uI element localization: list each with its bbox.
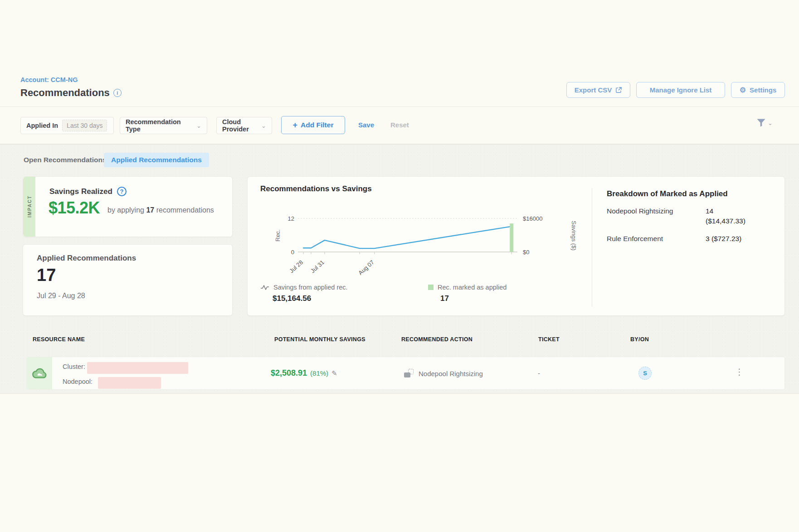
- breakdown-row: Rule Enforcement3 ($727.23): [607, 234, 784, 244]
- col-header-resource-name: RESOURCE NAME: [33, 336, 85, 343]
- filter-chip-recommendation-type[interactable]: Recommendation Type ⌄: [120, 117, 207, 134]
- export-csv-button[interactable]: Export CSV: [566, 82, 630, 98]
- tab-applied-recommendations[interactable]: Applied Recommendations: [104, 153, 209, 167]
- breakdown-row-label: Rule Enforcement: [607, 234, 706, 244]
- gear-icon: ⚙: [740, 86, 746, 94]
- export-csv-label: Export CSV: [575, 86, 612, 94]
- chevron-down-icon: ⌄: [261, 122, 266, 129]
- funnel-icon: [756, 118, 766, 127]
- breakdown-section: Breakdown of Marked as Applied Nodepool …: [607, 189, 784, 244]
- breakdown-row-label: Nodepool Rightsizing: [607, 206, 706, 226]
- breakdown-row-value: 14($14,437.33): [706, 206, 745, 226]
- green-square-icon: [428, 285, 434, 290]
- legend-item-rec-applied[interactable]: Rec. marked as applied 17: [428, 284, 507, 303]
- user-initial: S: [643, 370, 647, 377]
- col-header-by-on: BY/ON: [630, 336, 649, 343]
- cluster-label: Cluster:: [63, 363, 85, 370]
- svg-text:Rec.: Rec.: [274, 229, 281, 242]
- savings-value: $2,508.91: [271, 368, 307, 378]
- savings-realized-title-text: Savings Realized: [49, 187, 112, 196]
- nodepool-value-redacted: [98, 377, 161, 389]
- svg-text:$16000: $16000: [523, 215, 542, 222]
- resource-type-cell: [27, 357, 52, 389]
- svg-text:Jul 31: Jul 31: [309, 259, 326, 274]
- cloud-provider-label: Cloud Provider: [222, 118, 257, 133]
- savings-percent: (81%): [310, 369, 328, 377]
- col-header-recommended-action: RECOMMENDED ACTION: [401, 336, 473, 343]
- chart-title: Recommendations vs Savings: [260, 184, 372, 193]
- svg-text:0: 0: [291, 249, 294, 256]
- nodepool-icon: [404, 369, 414, 378]
- by-applying-text: by applying: [107, 206, 144, 214]
- filter-panel-toggle[interactable]: ⌄: [756, 118, 773, 127]
- impact-label: IMPACT: [27, 195, 32, 218]
- chevron-down-icon: ⌄: [196, 122, 201, 129]
- applied-in-value: Last 30 days: [62, 120, 107, 131]
- savings-amount: $15.2K: [49, 198, 100, 218]
- savings-realized-card: IMPACT Savings Realized ? $15.2K by appl…: [23, 176, 233, 237]
- settings-label: Settings: [750, 86, 776, 94]
- plus-icon: +: [293, 121, 298, 130]
- filter-chip-applied-in[interactable]: Applied In Last 30 days: [20, 117, 114, 134]
- info-icon[interactable]: i: [113, 89, 122, 97]
- action-label: Nodepool Rightsizing: [419, 370, 483, 377]
- user-avatar-badge[interactable]: S: [638, 367, 652, 380]
- manage-ignore-list-button[interactable]: Manage Ignore List: [636, 82, 725, 98]
- legend-item-savings[interactable]: Savings from applied rec. $15,164.56: [260, 284, 348, 303]
- nodepool-label: Nodepool:: [63, 378, 93, 385]
- potential-savings-cell: $2,508.91 (81%) ✎: [271, 368, 337, 378]
- card-vertical-divider: [592, 188, 592, 307]
- manage-ignore-list-label: Manage Ignore List: [650, 86, 712, 94]
- svg-text:12: 12: [288, 215, 294, 222]
- help-icon[interactable]: ?: [117, 187, 127, 196]
- recommendations-vs-savings-chart: 120$16000$0Rec.Savings ($)Jul 28Jul 31Au…: [253, 193, 590, 285]
- row-menu-icon[interactable]: ⋮: [735, 367, 744, 377]
- chart-card: Recommendations vs Savings 120$16000$0Re…: [247, 176, 785, 316]
- page-title: Recommendations i: [20, 87, 122, 99]
- recommended-action-cell: Nodepool Rightsizing: [404, 369, 483, 378]
- table-row[interactable]: Cluster: Nodepool: $2,508.91 (81%) ✎ Nod…: [26, 357, 785, 390]
- legend-rec-value: 17: [440, 294, 507, 303]
- reset-filter-button[interactable]: Reset: [390, 121, 409, 129]
- ticket-value: -: [538, 369, 540, 377]
- pulse-line-icon: [260, 284, 269, 290]
- svg-text:Jul 28: Jul 28: [288, 259, 304, 274]
- legend-savings-label: Savings from applied rec.: [273, 284, 348, 291]
- add-filter-label: Add Filter: [301, 121, 333, 129]
- applied-in-label: Applied In: [26, 122, 58, 129]
- breakdown-rows: Nodepool Rightsizing14($14,437.33)Rule E…: [607, 206, 784, 244]
- impact-strip: IMPACT: [23, 177, 35, 237]
- savings-realized-title: Savings Realized ?: [49, 187, 127, 196]
- applied-card-title: Applied Recommendations: [37, 254, 136, 263]
- svg-text:Aug 07: Aug 07: [357, 259, 375, 276]
- tab-open-recommendations[interactable]: Open Recommendations: [24, 156, 107, 164]
- applied-count-inline: 17: [146, 206, 154, 214]
- legend-savings-value: $15,164.56: [273, 294, 348, 303]
- recommendation-type-label: Recommendation Type: [126, 118, 192, 133]
- applied-card-count: 17: [37, 266, 56, 285]
- header-divider: [0, 106, 799, 107]
- cluster-value-redacted: [87, 362, 188, 374]
- breakdown-row: Nodepool Rightsizing14($14,437.33): [607, 206, 784, 226]
- chevron-down-icon: ⌄: [768, 120, 773, 126]
- add-filter-button[interactable]: + Add Filter: [281, 116, 345, 134]
- savings-suffix: by applying 17 recommendations: [107, 206, 214, 214]
- legend-rec-label: Rec. marked as applied: [438, 284, 507, 291]
- edit-pencil-icon[interactable]: ✎: [331, 369, 337, 377]
- svg-text:$0: $0: [523, 249, 529, 256]
- breadcrumb-account[interactable]: Account: CCM-NG: [20, 76, 78, 83]
- breakdown-row-value: 3 ($727.23): [706, 234, 741, 244]
- cloud-icon: [31, 367, 48, 379]
- applied-recommendations-card: Applied Recommendations 17 Jul 29 - Aug …: [23, 244, 233, 316]
- recommendations-text: recommendations: [156, 206, 214, 214]
- col-header-ticket: TICKET: [538, 336, 560, 343]
- save-filter-button[interactable]: Save: [358, 121, 374, 129]
- filter-chip-cloud-provider[interactable]: Cloud Provider ⌄: [216, 117, 272, 134]
- external-link-icon: [615, 87, 622, 93]
- settings-button[interactable]: ⚙ Settings: [731, 82, 785, 98]
- applied-card-date-range: Jul 29 - Aug 28: [37, 292, 85, 300]
- svg-text:Savings ($): Savings ($): [570, 221, 577, 251]
- col-header-potential-savings: POTENTIAL MONTHLY SAVINGS: [274, 336, 365, 343]
- breakdown-title: Breakdown of Marked as Applied: [607, 189, 784, 198]
- page-title-text: Recommendations: [20, 87, 110, 99]
